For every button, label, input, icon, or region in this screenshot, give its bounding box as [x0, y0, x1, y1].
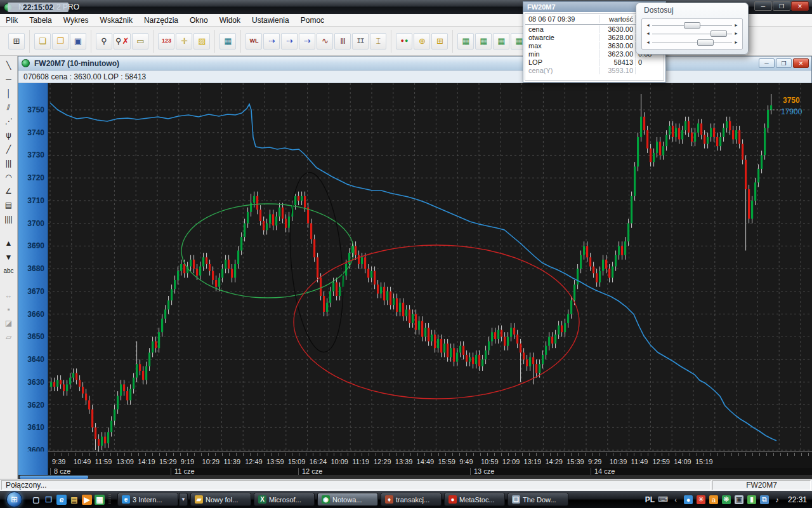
- window-switcher-icon[interactable]: ❒: [44, 495, 54, 505]
- time-zones-tool[interactable]: ||||: [2, 212, 16, 225]
- vertical-line-tool[interactable]: │: [2, 86, 16, 100]
- tile-windows-button[interactable]: ⊞: [8, 33, 25, 50]
- chart-minimize-button[interactable]: ─: [759, 58, 775, 68]
- time-label: 14:19: [138, 458, 155, 465]
- trend-line-tool[interactable]: ╲: [2, 58, 16, 72]
- tray-volume-icon[interactable]: ♪: [773, 495, 782, 504]
- slider-right-arrow[interactable]: ►: [734, 40, 738, 44]
- green-app-icon[interactable]: ▦: [95, 495, 105, 505]
- volume-candle-button[interactable]: ⌶: [370, 33, 386, 50]
- keyboard-icon[interactable]: ⌨: [658, 495, 667, 504]
- taskbar-button-3Intern[interactable]: e3 Intern...: [117, 493, 178, 506]
- parallel-lines-tool[interactable]: ⫽: [2, 100, 16, 114]
- indicator-wl-button[interactable]: WL: [246, 33, 262, 50]
- signal-arrow-1-button[interactable]: ⇢: [263, 33, 280, 50]
- candlestick-chart[interactable]: 375017900: [48, 83, 812, 451]
- candle-chart-button[interactable]: ⌶⌶: [352, 33, 369, 50]
- tray-messenger-icon[interactable]: ●: [684, 495, 693, 504]
- taskbar-button-TheDow[interactable]: ❑The Dow...: [508, 493, 568, 506]
- slider-left-arrow[interactable]: ◄: [646, 40, 650, 44]
- fan-lines-tool[interactable]: ⋰: [2, 114, 16, 128]
- taskbar-button-MetaStoc[interactable]: ●MetaStoc...: [444, 493, 505, 506]
- restore-button[interactable]: ❐: [773, 1, 790, 11]
- open-file-button[interactable]: ❐: [52, 33, 69, 50]
- arrow-down-tool[interactable]: ▼: [2, 250, 16, 264]
- menu-ustawienia[interactable]: Ustawienia: [246, 15, 295, 26]
- close-button[interactable]: ✕: [791, 1, 809, 11]
- zoom-button[interactable]: ⚲: [96, 33, 112, 50]
- speed-lines-tool[interactable]: ∠: [2, 184, 16, 197]
- buy-sell-dots-button[interactable]: ●●: [396, 33, 412, 50]
- start-button[interactable]: ⊞: [6, 491, 22, 507]
- bar-chart-button[interactable]: |||: [334, 33, 351, 50]
- slider-right-arrow[interactable]: ►: [734, 23, 738, 27]
- taskbar-group-dropdown[interactable]: ▼: [179, 493, 188, 506]
- slider-thumb[interactable]: [684, 22, 700, 29]
- signal-arrow-3-button[interactable]: ⇢: [299, 33, 315, 50]
- new-file-button[interactable]: ❏: [34, 33, 51, 50]
- media-player-icon[interactable]: ▶: [82, 495, 92, 505]
- vertical-grid-tool[interactable]: |||: [2, 156, 16, 170]
- taskbar-button-Notowa[interactable]: ◉Notowa...: [317, 493, 378, 506]
- menu-okno[interactable]: Okno: [184, 15, 214, 26]
- regression-line-tool[interactable]: ╱: [2, 142, 16, 156]
- show-desktop-icon[interactable]: ▢: [31, 495, 41, 505]
- quote-table-button[interactable]: ▦: [219, 33, 236, 50]
- slider-thumb[interactable]: [697, 39, 714, 46]
- tray-updater-icon[interactable]: a: [709, 495, 718, 504]
- explorer-icon[interactable]: ▤: [69, 495, 79, 505]
- slider-right-arrow[interactable]: ►: [734, 31, 738, 36]
- menu-pomoc[interactable]: Pomoc: [295, 15, 330, 26]
- adjust-slider-2[interactable]: ◄►: [645, 30, 740, 37]
- menu-wskaźnik[interactable]: Wskaźnik: [95, 15, 138, 26]
- tray-helper-icon[interactable]: ❋: [722, 495, 731, 504]
- menu-plik[interactable]: Plik: [0, 15, 23, 26]
- language-indicator[interactable]: PL: [645, 495, 655, 504]
- tray-display-icon[interactable]: ▣: [735, 495, 743, 504]
- add-point-button[interactable]: ⊕: [414, 33, 430, 50]
- slider-thumb[interactable]: [710, 30, 727, 37]
- measure-ruler-button[interactable]: ▭: [132, 33, 148, 50]
- chart-close-button[interactable]: ✕: [793, 58, 809, 68]
- crosshair-button[interactable]: ✛: [176, 33, 192, 50]
- layout-1-button[interactable]: ▦: [457, 33, 474, 50]
- fibonacci-arcs-tool[interactable]: ◠: [2, 170, 16, 184]
- taskbar-button-Microsof[interactable]: XMicrosof...: [254, 493, 315, 506]
- signal-arrow-2-button[interactable]: ⇢: [281, 33, 298, 50]
- menu-tabela[interactable]: Tabela: [23, 15, 57, 26]
- slider-left-arrow[interactable]: ◄: [646, 23, 650, 27]
- arrow-up-tool[interactable]: ▲: [2, 236, 16, 250]
- line-chart-button[interactable]: ∿: [317, 33, 333, 50]
- chart-restore-button[interactable]: ❐: [776, 58, 792, 68]
- zoom-off-button[interactable]: ⚲✗: [114, 33, 131, 50]
- chart-window-titlebar[interactable]: FW20M7 (10-minutowo) ─ ❐ ✕: [18, 57, 811, 70]
- marker-settings-button[interactable]: ▨: [193, 33, 210, 50]
- layout-2-button[interactable]: ▦: [475, 33, 492, 50]
- ie-icon[interactable]: e: [56, 495, 67, 505]
- layout-3-button[interactable]: ▦: [493, 33, 509, 50]
- slider-left-arrow[interactable]: ◄: [646, 31, 650, 36]
- menu-widok[interactable]: Widok: [214, 15, 246, 26]
- add-chart-marker-button[interactable]: ⊞: [431, 33, 448, 50]
- tray-battery-icon[interactable]: ▮: [747, 495, 756, 504]
- save-file-button[interactable]: ▣: [70, 33, 86, 50]
- time-label: 13:09: [116, 458, 134, 465]
- adjust-slider-3[interactable]: ◄►: [645, 39, 740, 46]
- price-display-button[interactable]: 123: [158, 33, 174, 50]
- chart-plot[interactable]: 375017900: [48, 83, 812, 451]
- adjust-slider-1[interactable]: ◄►: [645, 22, 740, 29]
- adjust-window[interactable]: Dostosuj ◄►◄►◄►: [636, 3, 749, 55]
- collapse-arrow-icon[interactable]: ‹: [671, 495, 680, 504]
- taskbar-button-transakcj[interactable]: ♦transakcj...: [381, 493, 442, 506]
- tray-antivirus-icon[interactable]: ✳: [697, 495, 705, 504]
- tray-network-icon[interactable]: ⧉: [760, 495, 769, 504]
- pitchfork-tool[interactable]: ψ: [2, 128, 16, 142]
- text-tool[interactable]: abc: [2, 264, 16, 277]
- price-axis[interactable]: 3750374037303720371037003690368036703660…: [18, 83, 48, 479]
- minimize-button[interactable]: ─: [754, 1, 772, 11]
- horizontal-line-tool[interactable]: ─: [2, 72, 16, 86]
- fibonacci-retracement-tool[interactable]: ▤: [2, 198, 16, 211]
- menu-wykres[interactable]: Wykres: [58, 15, 95, 26]
- menu-narzędzia[interactable]: Narzędzia: [138, 15, 184, 26]
- taskbar-button-Nowyfol[interactable]: ▰Nowy fol...: [190, 493, 251, 506]
